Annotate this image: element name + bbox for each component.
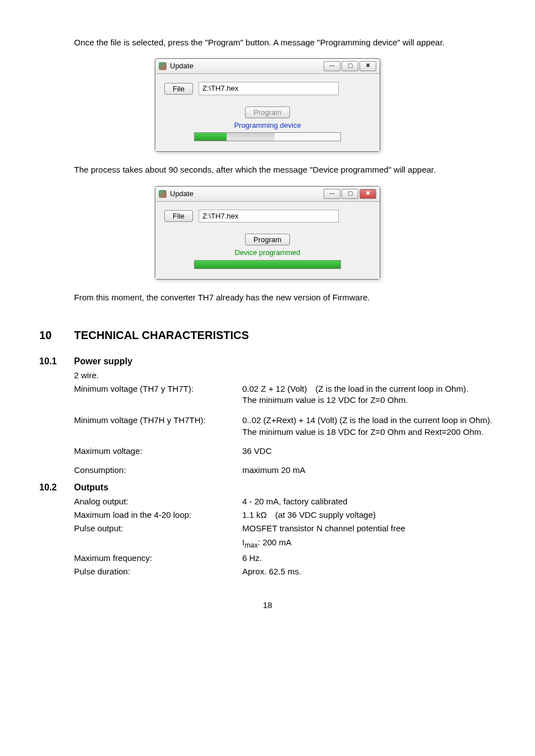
- spec-row: 2 wire.: [74, 370, 496, 381]
- dialog-screenshot-programmed: Update — ▢ ✖ File Z:\TH7.hex Program Dev…: [39, 186, 496, 280]
- spec-row: Pulse output:MOSFET transistor N channel…: [74, 523, 496, 534]
- page-number: 18: [39, 600, 496, 611]
- spec-value: MOSFET transistor N channel potential fr…: [242, 523, 496, 534]
- minimize-icon[interactable]: —: [324, 189, 340, 199]
- spec-list-outputs: Analog output:4 - 20 mA, factory calibra…: [74, 496, 496, 577]
- spec-value: 0..02 (Z+Rext) + 14 (Volt) (Z is the loa…: [242, 415, 496, 438]
- spec-row: Pulse duration:Aprox. 62.5 ms.: [74, 566, 496, 577]
- dialog-window: Update — ▢ ✖ File Z:\TH7.hex Program Dev…: [155, 186, 380, 280]
- spec-value: 36 VDC: [242, 446, 496, 457]
- spec-value: Aprox. 62.5 ms.: [242, 566, 496, 577]
- spec-label: Consumption:: [74, 465, 242, 476]
- spec-list-power: 2 wire.Minimum voltage (TH7 y TH7T):0.02…: [74, 370, 496, 476]
- progress-fill: [195, 261, 340, 268]
- spec-label: Minimum voltage (TH7 y TH7T):: [74, 383, 242, 395]
- section-title: TECHNICAL CHARACTERISTICS: [74, 328, 249, 343]
- section-number: 10: [39, 328, 61, 343]
- minimize-icon[interactable]: —: [324, 61, 340, 71]
- dialog-screenshot-programming: Update — ▢ ✖ File Z:\TH7.hex Program Pro…: [39, 58, 496, 152]
- window-title: Update: [170, 61, 193, 71]
- spec-label: Maximum load in the 4-20 loop:: [74, 509, 242, 521]
- window-controls: — ▢ ✖: [324, 189, 376, 199]
- spec-row: Maximum voltage:36 VDC: [74, 446, 496, 457]
- spec-row: Maximum frequency:6 Hz.: [74, 553, 496, 564]
- status-text: Programming device: [164, 120, 371, 131]
- spec-value: Imax: 200 mA: [242, 537, 496, 550]
- spec-label: Analog output:: [74, 496, 242, 507]
- window-controls: — ▢ ✖: [324, 61, 376, 71]
- spec-value: 0.02 Z + 12 (Volt) (Z is the load in the…: [242, 383, 496, 406]
- dialog-window: Update — ▢ ✖ File Z:\TH7.hex Program Pro…: [155, 58, 380, 152]
- program-button: Program: [245, 106, 290, 118]
- spec-row: Imax: 200 mA: [74, 537, 496, 550]
- file-button[interactable]: File: [164, 210, 193, 222]
- spec-label: Maximum voltage:: [74, 446, 242, 457]
- subsection-number: 10.1: [39, 355, 61, 368]
- subsection-title: Power supply: [74, 355, 132, 368]
- maximize-icon[interactable]: ▢: [342, 189, 358, 199]
- subsection-title: Outputs: [74, 481, 108, 494]
- program-button[interactable]: Program: [245, 234, 290, 245]
- spec-row: Analog output:4 - 20 mA, factory calibra…: [74, 496, 496, 507]
- paragraph: From this moment, the converter TH7 alre…: [74, 292, 496, 303]
- spec-value: 4 - 20 mA, factory calibrated: [242, 496, 496, 507]
- file-button[interactable]: File: [164, 83, 193, 95]
- spec-row: Minimum voltage (TH7H y TH7TH):0..02 (Z+…: [74, 415, 496, 438]
- close-icon[interactable]: ✖: [359, 189, 376, 199]
- spec-label: Pulse duration:: [74, 566, 242, 577]
- subsection-number: 10.2: [39, 481, 61, 494]
- progress-fill: [195, 133, 227, 141]
- spec-label: Minimum voltage (TH7H y TH7TH):: [74, 415, 242, 426]
- window-title: Update: [170, 189, 193, 199]
- app-icon: [159, 190, 167, 198]
- spec-label: Pulse output:: [74, 523, 242, 534]
- close-icon[interactable]: ✖: [359, 61, 376, 71]
- maximize-icon[interactable]: ▢: [342, 61, 358, 71]
- paragraph: The process takes about 90 seconds, afte…: [74, 164, 496, 175]
- progress-fill-secondary: [227, 133, 275, 141]
- file-path-field[interactable]: Z:\TH7.hex: [199, 210, 339, 223]
- spec-row: Consumption:maximum 20 mA: [74, 465, 496, 476]
- progress-bar: [194, 132, 341, 141]
- file-path-field[interactable]: Z:\TH7.hex: [199, 82, 339, 95]
- titlebar: Update — ▢ ✖: [155, 187, 380, 202]
- spec-value: maximum 20 mA: [242, 465, 496, 476]
- titlebar: Update — ▢ ✖: [155, 59, 380, 74]
- spec-row: Minimum voltage (TH7 y TH7T):0.02 Z + 12…: [74, 383, 496, 406]
- status-text: Device programmed: [164, 248, 371, 258]
- paragraph: Once the file is selected, press the "Pr…: [74, 37, 496, 48]
- spec-label: Maximum frequency:: [74, 553, 242, 564]
- spec-value: 6 Hz.: [242, 553, 496, 564]
- app-icon: [159, 62, 167, 70]
- spec-value: 1.1 kΩ (at 36 VDC supply voltage): [242, 509, 496, 521]
- spec-row: Maximum load in the 4-20 loop:1.1 kΩ (at…: [74, 509, 496, 521]
- spec-label: 2 wire.: [74, 370, 242, 381]
- progress-bar: [194, 260, 341, 269]
